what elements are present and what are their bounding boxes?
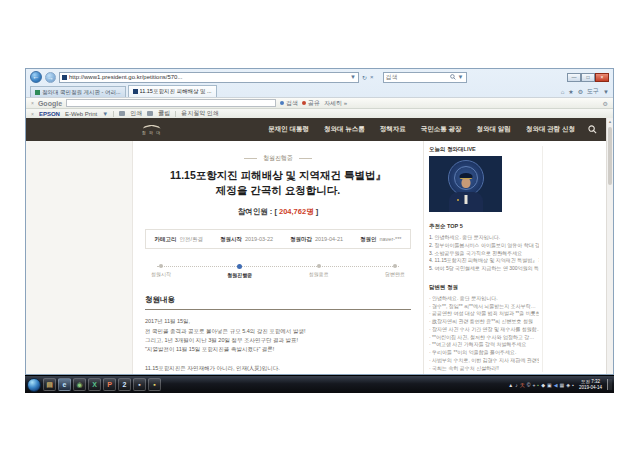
list-item[interactable]: 사법부의 수치로, 이번 김경수 지사 재판에 관련된…	[429, 357, 539, 365]
divider	[175, 111, 176, 117]
step-dot-active	[237, 264, 242, 269]
browser-search-input[interactable]	[386, 74, 448, 80]
list-item[interactable]: 안녕하세요. 중단 문자입니다.	[429, 295, 539, 303]
page-scrollbar[interactable]: ▲	[606, 118, 613, 374]
list-item[interactable]: 소방공무원을 국가직으로 전환해주세요	[429, 250, 539, 258]
forward-button[interactable]: →	[45, 72, 56, 83]
tray-icon[interactable]: ♪	[515, 382, 518, 388]
tray-icon[interactable]: ◀	[554, 382, 558, 388]
taskbar-icon-excel[interactable]: X	[88, 378, 101, 391]
list-item[interactable]: 11.15포항지진 피해배상 및 지역재건 특별법』 제…	[429, 257, 539, 265]
gear-icon[interactable]: ⚙	[578, 88, 583, 95]
live-video-thumbnail[interactable]	[429, 156, 502, 212]
participants-number: 204,762명	[279, 207, 314, 216]
list-item[interactable]: 정부아이돌봄서비스 아이돌보미 영유아 학대 강…	[429, 242, 539, 250]
tray-icon[interactable]: ▣	[547, 382, 552, 388]
home-icon[interactable]: ⌂	[561, 89, 565, 95]
epson-print-button[interactable]: 인쇄	[130, 109, 142, 118]
epson-dropdown-icon[interactable]: ▼	[102, 111, 108, 117]
answered-list: 안녕하세요. 중단 문자입니다. 경수**, 정임** 씨**에서 뇌물받는지 …	[429, 295, 539, 373]
google-search-button[interactable]: 검색	[280, 99, 298, 108]
minimize-button[interactable]: —	[567, 73, 581, 82]
close-toolbar-icon[interactable]: ×	[31, 111, 34, 117]
taskbar-icon-app-yellow[interactable]: ▪	[148, 378, 161, 391]
nav-item-tour[interactable]: 청와대 관람 신청	[526, 125, 575, 134]
taskbar-icon-powerpoint[interactable]: P	[103, 378, 116, 391]
tray-icon[interactable]: +	[532, 382, 535, 388]
close-toolbar-icon[interactable]: ×	[31, 100, 34, 106]
address-dropdown-icon[interactable]: ▼	[350, 74, 356, 80]
clip-icon[interactable]	[147, 111, 153, 116]
scrollbar-thumb[interactable]	[608, 127, 612, 185]
list-item[interactable]: **어린이집 사건, 철저한 수사와 엄정하고 강…	[429, 334, 539, 342]
petition-title-line2: 제정을 간곡히 요청합니다.	[145, 183, 411, 198]
tray-icon[interactable]: ©	[527, 382, 531, 388]
close-button[interactable]: ×	[595, 73, 609, 82]
nav-item-newsroom[interactable]: 청와대 뉴스룸	[324, 125, 365, 134]
list-item[interactable]: 안녕하세요. 중단 문자입니다.	[429, 234, 539, 242]
meta-start-date: 청원시작 2019-03-22	[220, 236, 273, 243]
tray-icon[interactable]: ◆	[541, 382, 545, 388]
tab-label: 청와대 국민청원 게시판 - 여러...	[42, 89, 121, 96]
browser-search-box[interactable]: ▼	[383, 72, 467, 83]
tray-icon[interactable]: 天	[520, 382, 525, 388]
wrench-icon[interactable]: ⚙	[603, 100, 608, 107]
top5-list: 안녕하세요. 중단 문자입니다. 정부아이돌봄서비스 아이돌보미 영유아 학대 …	[429, 234, 539, 273]
tab-petition-board[interactable]: 청와대 국민청원 게시판 - 여러...	[30, 86, 126, 97]
show-desktop-button[interactable]	[607, 379, 612, 391]
list-item[interactable]: 장자연 사건 수사 기간 연장 및 재수사를 청원합…	[429, 326, 539, 334]
page-favicon	[62, 75, 67, 80]
start-button[interactable]	[27, 378, 41, 392]
favorites-star-icon[interactable]: ★	[568, 88, 573, 95]
step-in-progress: 청원진행중	[227, 264, 252, 278]
google-share-button[interactable]: 공유	[302, 99, 320, 108]
address-input[interactable]	[69, 74, 348, 80]
petition-content-text: 2017년 11월 15일, 전 국민을 충격과 공포로 몰아넣은 규모 5.4…	[145, 317, 411, 373]
printer-icon[interactable]	[119, 111, 125, 116]
tray-icon[interactable]: ▪	[572, 382, 574, 388]
petition-title-line1: 11.15포항지진 피해배상 및 지역재건 특별법』	[145, 168, 411, 183]
list-item[interactable]: 故장자연씨 관련 증언한 윤**씨 신변보호 청원	[429, 318, 539, 326]
header-search-icon[interactable]	[588, 125, 597, 134]
taskbar-icon-internet-explorer[interactable]: e	[58, 378, 71, 391]
tray-icon[interactable]: ▪	[537, 382, 539, 388]
tools-dropdown-icon[interactable]: ▼	[603, 89, 609, 95]
list-item[interactable]: 여야 5당 국민혈세로 지급하는 연 300억원의 특…	[429, 265, 539, 273]
scrollbar-up-icon[interactable]: ▲	[607, 118, 613, 126]
list-item[interactable]: 경수**, 정임** 씨**에서 뇌물받는지 조사부탁…	[429, 303, 539, 311]
tab-petition-active[interactable]: 11.15포항지진 피해배상 및 ...	[128, 85, 217, 97]
tray-icon[interactable]: ▲	[508, 382, 513, 388]
google-logo: Google	[38, 100, 62, 107]
clock-date: 2019-04-14	[579, 385, 602, 391]
google-search-input[interactable]	[66, 99, 276, 107]
taskbar-icon-app-gray[interactable]: ▪	[133, 378, 146, 391]
taskbar-icon-app-blue[interactable]: 2	[118, 378, 131, 391]
epson-clip-button[interactable]: 클립	[158, 109, 170, 118]
nav-item-policy[interactable]: 정책자료	[380, 125, 406, 134]
tray-icon[interactable]: ▦	[560, 382, 565, 388]
nav-item-notice[interactable]: 청와대 알림	[477, 125, 511, 134]
tray-icon[interactable]: ◈	[566, 382, 570, 388]
epson-logo: EPSON	[39, 111, 60, 117]
list-item[interactable]: 국회는 속히 공수처 신설하라!!	[429, 365, 539, 373]
bluehouse-logo[interactable]: 청 와 대	[142, 125, 161, 135]
stop-icon[interactable]: ×	[370, 74, 374, 80]
maximize-button[interactable]: □	[581, 73, 595, 82]
taskbar-icon-explorer[interactable]: ▤	[43, 378, 56, 391]
nav-item-president[interactable]: 문재인 대통령	[268, 125, 309, 134]
list-item[interactable]: 우리아들 **이의 억울함을 풀어주세요.	[429, 349, 539, 357]
search-dropdown-icon[interactable]: ▼	[458, 74, 464, 80]
search-icon[interactable]	[450, 74, 456, 80]
tools-button[interactable]: 도구	[587, 87, 599, 96]
page-body: 청원진행중 11.15포항지진 피해배상 및 지역재건 특별법』 제정을 간곡히…	[26, 141, 606, 374]
taskbar-icon-chrome[interactable]: ◉	[73, 378, 86, 391]
google-more-button[interactable]: 자세히 »	[324, 99, 347, 108]
list-item[interactable]: **여고생 사건 가해자들 강력 처벌해주세요	[429, 341, 539, 349]
refresh-icon[interactable]: ↻	[362, 74, 367, 81]
back-button[interactable]: ←	[30, 71, 42, 83]
epson-saver-button[interactable]: 용지절약 인쇄	[181, 109, 219, 118]
nav-item-plaza[interactable]: 국민소통 광장	[421, 125, 462, 134]
address-bar[interactable]: ▼	[59, 72, 359, 83]
taskbar-clock[interactable]: 오전 7:32 2019-04-14	[579, 379, 602, 391]
list-item[interactable]: 공공연한 여성 대상 약물 범죄 처벌과 **을 비롯한…	[429, 310, 539, 318]
